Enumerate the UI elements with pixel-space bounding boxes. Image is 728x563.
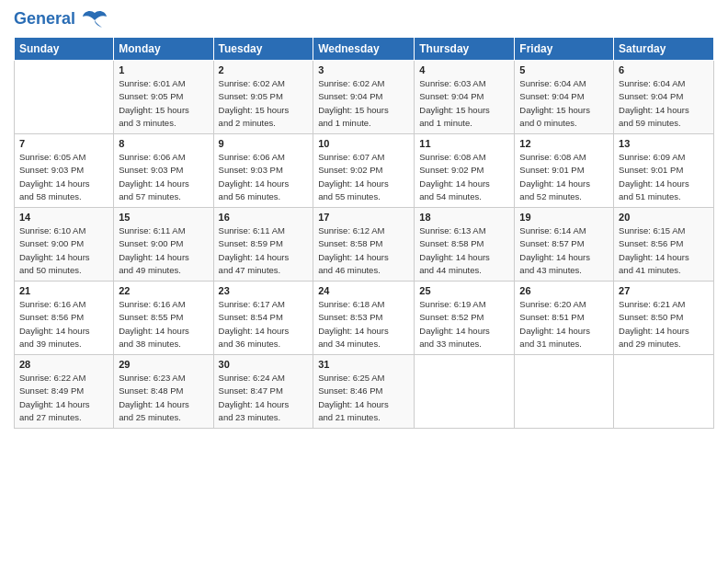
day-info: Sunrise: 6:11 AM Sunset: 9:00 PM Dayligh… bbox=[119, 224, 208, 277]
day-number: 8 bbox=[119, 138, 208, 149]
day-info: Sunrise: 6:05 AM Sunset: 9:03 PM Dayligh… bbox=[19, 151, 108, 203]
calendar-cell bbox=[515, 355, 614, 429]
calendar-cell: 26Sunrise: 6:20 AM Sunset: 8:51 PM Dayli… bbox=[515, 282, 614, 355]
day-info: Sunrise: 6:15 AM Sunset: 8:56 PM Dayligh… bbox=[619, 224, 709, 277]
day-number: 3 bbox=[318, 64, 409, 75]
day-number: 18 bbox=[419, 212, 509, 223]
calendar-cell: 25Sunrise: 6:19 AM Sunset: 8:52 PM Dayli… bbox=[415, 282, 515, 355]
calendar-cell: 20Sunrise: 6:15 AM Sunset: 8:56 PM Dayli… bbox=[614, 208, 714, 282]
day-number: 10 bbox=[318, 138, 409, 149]
day-number: 16 bbox=[219, 212, 309, 223]
day-number: 13 bbox=[619, 138, 709, 149]
day-number: 19 bbox=[519, 212, 609, 223]
day-info: Sunrise: 6:08 AM Sunset: 9:01 PM Dayligh… bbox=[519, 151, 609, 203]
calendar-cell: 29Sunrise: 6:23 AM Sunset: 8:48 PM Dayli… bbox=[114, 355, 213, 429]
calendar-cell: 27Sunrise: 6:21 AM Sunset: 8:50 PM Dayli… bbox=[614, 282, 714, 355]
calendar-cell: 2Sunrise: 6:02 AM Sunset: 9:05 PM Daylig… bbox=[213, 61, 313, 134]
day-info: Sunrise: 6:24 AM Sunset: 8:47 PM Dayligh… bbox=[219, 372, 309, 424]
day-number: 23 bbox=[219, 285, 309, 296]
calendar-cell: 9Sunrise: 6:06 AM Sunset: 9:03 PM Daylig… bbox=[213, 134, 313, 208]
day-info: Sunrise: 6:14 AM Sunset: 8:57 PM Dayligh… bbox=[519, 224, 609, 277]
calendar-cell: 19Sunrise: 6:14 AM Sunset: 8:57 PM Dayli… bbox=[515, 208, 614, 282]
day-number: 26 bbox=[519, 285, 609, 296]
calendar-cell: 14Sunrise: 6:10 AM Sunset: 9:00 PM Dayli… bbox=[15, 208, 114, 282]
day-info: Sunrise: 6:16 AM Sunset: 8:56 PM Dayligh… bbox=[19, 298, 108, 350]
day-number: 6 bbox=[619, 64, 709, 75]
day-number: 4 bbox=[419, 64, 509, 75]
day-number: 9 bbox=[219, 138, 309, 149]
day-info: Sunrise: 6:23 AM Sunset: 8:48 PM Dayligh… bbox=[119, 372, 208, 424]
day-info: Sunrise: 6:03 AM Sunset: 9:04 PM Dayligh… bbox=[419, 77, 509, 130]
calendar-cell: 24Sunrise: 6:18 AM Sunset: 8:53 PM Dayli… bbox=[313, 282, 415, 355]
day-info: Sunrise: 6:12 AM Sunset: 8:58 PM Dayligh… bbox=[318, 224, 409, 277]
day-info: Sunrise: 6:16 AM Sunset: 8:55 PM Dayligh… bbox=[119, 298, 208, 350]
day-number: 12 bbox=[519, 138, 609, 149]
calendar-cell: 30Sunrise: 6:24 AM Sunset: 8:47 PM Dayli… bbox=[213, 355, 313, 429]
column-header-monday: Monday bbox=[114, 38, 213, 61]
calendar-cell: 16Sunrise: 6:11 AM Sunset: 8:59 PM Dayli… bbox=[213, 208, 313, 282]
calendar-cell: 18Sunrise: 6:13 AM Sunset: 8:58 PM Dayli… bbox=[415, 208, 515, 282]
day-info: Sunrise: 6:02 AM Sunset: 9:05 PM Dayligh… bbox=[219, 77, 309, 130]
column-header-thursday: Thursday bbox=[415, 38, 515, 61]
day-info: Sunrise: 6:25 AM Sunset: 8:46 PM Dayligh… bbox=[318, 372, 409, 424]
calendar-cell bbox=[614, 355, 714, 429]
calendar-cell: 3Sunrise: 6:02 AM Sunset: 9:04 PM Daylig… bbox=[313, 61, 415, 134]
column-header-wednesday: Wednesday bbox=[313, 38, 415, 61]
day-info: Sunrise: 6:21 AM Sunset: 8:50 PM Dayligh… bbox=[619, 298, 709, 350]
column-header-tuesday: Tuesday bbox=[213, 38, 313, 61]
calendar-table: SundayMondayTuesdayWednesdayThursdayFrid… bbox=[14, 37, 714, 429]
day-number: 31 bbox=[318, 359, 409, 370]
day-number: 1 bbox=[119, 64, 208, 75]
day-number: 2 bbox=[219, 64, 309, 75]
calendar-cell: 17Sunrise: 6:12 AM Sunset: 8:58 PM Dayli… bbox=[313, 208, 415, 282]
day-number: 21 bbox=[19, 285, 108, 296]
day-number: 11 bbox=[419, 138, 509, 149]
column-header-friday: Friday bbox=[515, 38, 614, 61]
day-number: 7 bbox=[19, 138, 108, 149]
day-info: Sunrise: 6:10 AM Sunset: 9:00 PM Dayligh… bbox=[19, 224, 108, 277]
day-number: 30 bbox=[219, 359, 309, 370]
day-info: Sunrise: 6:08 AM Sunset: 9:02 PM Dayligh… bbox=[419, 151, 509, 203]
day-number: 25 bbox=[419, 285, 509, 296]
day-info: Sunrise: 6:19 AM Sunset: 8:52 PM Dayligh… bbox=[419, 298, 509, 350]
day-info: Sunrise: 6:06 AM Sunset: 9:03 PM Dayligh… bbox=[119, 151, 208, 203]
calendar-cell bbox=[415, 355, 515, 429]
calendar-cell: 21Sunrise: 6:16 AM Sunset: 8:56 PM Dayli… bbox=[15, 282, 114, 355]
day-info: Sunrise: 6:18 AM Sunset: 8:53 PM Dayligh… bbox=[318, 298, 409, 350]
calendar-cell: 11Sunrise: 6:08 AM Sunset: 9:02 PM Dayli… bbox=[415, 134, 515, 208]
day-number: 5 bbox=[519, 64, 609, 75]
calendar-week-row: 21Sunrise: 6:16 AM Sunset: 8:56 PM Dayli… bbox=[15, 282, 714, 355]
day-info: Sunrise: 6:01 AM Sunset: 9:05 PM Dayligh… bbox=[119, 77, 208, 130]
day-info: Sunrise: 6:20 AM Sunset: 8:51 PM Dayligh… bbox=[519, 298, 609, 350]
day-info: Sunrise: 6:04 AM Sunset: 9:04 PM Dayligh… bbox=[519, 77, 609, 130]
calendar-cell: 31Sunrise: 6:25 AM Sunset: 8:46 PM Dayli… bbox=[313, 355, 415, 429]
day-info: Sunrise: 6:04 AM Sunset: 9:04 PM Dayligh… bbox=[619, 77, 709, 130]
calendar-cell: 6Sunrise: 6:04 AM Sunset: 9:04 PM Daylig… bbox=[614, 61, 714, 134]
calendar-cell: 8Sunrise: 6:06 AM Sunset: 9:03 PM Daylig… bbox=[114, 134, 213, 208]
calendar-cell bbox=[15, 61, 114, 134]
calendar-cell: 4Sunrise: 6:03 AM Sunset: 9:04 PM Daylig… bbox=[415, 61, 515, 134]
calendar-week-row: 14Sunrise: 6:10 AM Sunset: 9:00 PM Dayli… bbox=[15, 208, 714, 282]
day-info: Sunrise: 6:02 AM Sunset: 9:04 PM Dayligh… bbox=[318, 77, 409, 130]
calendar-week-row: 28Sunrise: 6:22 AM Sunset: 8:49 PM Dayli… bbox=[15, 355, 714, 429]
day-number: 20 bbox=[619, 212, 709, 223]
day-info: Sunrise: 6:17 AM Sunset: 8:54 PM Dayligh… bbox=[219, 298, 309, 350]
page-container: General SundayMondayTuesdayWednesdayThur… bbox=[0, 0, 728, 438]
day-number: 17 bbox=[318, 212, 409, 223]
day-number: 15 bbox=[119, 212, 208, 223]
calendar-cell: 28Sunrise: 6:22 AM Sunset: 8:49 PM Dayli… bbox=[15, 355, 114, 429]
day-info: Sunrise: 6:09 AM Sunset: 9:01 PM Dayligh… bbox=[619, 151, 709, 203]
calendar-cell: 12Sunrise: 6:08 AM Sunset: 9:01 PM Dayli… bbox=[515, 134, 614, 208]
day-number: 28 bbox=[19, 359, 108, 370]
calendar-week-row: 1Sunrise: 6:01 AM Sunset: 9:05 PM Daylig… bbox=[15, 61, 714, 134]
column-header-sunday: Sunday bbox=[15, 38, 114, 61]
calendar-cell: 13Sunrise: 6:09 AM Sunset: 9:01 PM Dayli… bbox=[614, 134, 714, 208]
day-number: 14 bbox=[19, 212, 108, 223]
header: General bbox=[14, 9, 714, 29]
calendar-cell: 10Sunrise: 6:07 AM Sunset: 9:02 PM Dayli… bbox=[313, 134, 415, 208]
logo-text: General bbox=[14, 9, 108, 29]
calendar-header-row: SundayMondayTuesdayWednesdayThursdayFrid… bbox=[15, 38, 714, 61]
calendar-cell: 15Sunrise: 6:11 AM Sunset: 9:00 PM Dayli… bbox=[114, 208, 213, 282]
day-info: Sunrise: 6:11 AM Sunset: 8:59 PM Dayligh… bbox=[219, 224, 309, 277]
calendar-cell: 23Sunrise: 6:17 AM Sunset: 8:54 PM Dayli… bbox=[213, 282, 313, 355]
